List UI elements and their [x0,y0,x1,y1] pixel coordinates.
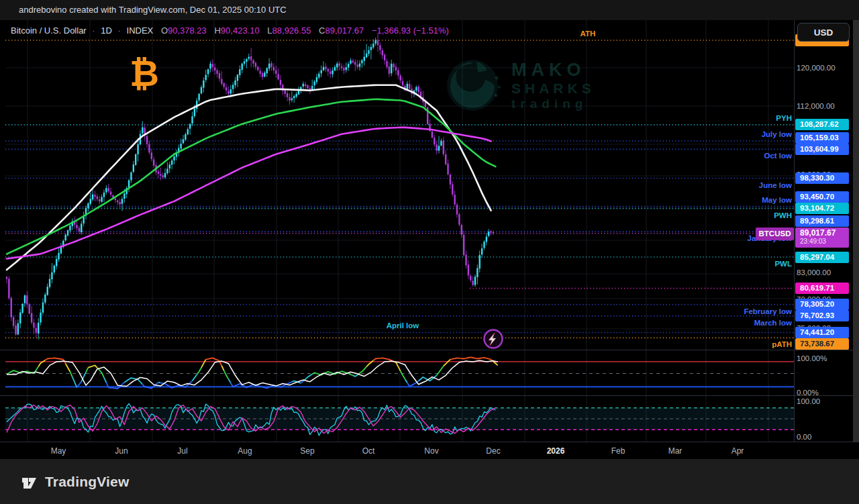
price-badge: 73,738.67 [795,338,849,350]
watermark-line1: MAKO [511,60,595,81]
level-name-label: PYH [776,114,792,122]
high-value: 90,423.10 [221,26,260,36]
level-name-label: February low [744,307,792,315]
time-axis-label: Aug [238,446,252,456]
time-axis-label: Jul [177,446,187,456]
chart-canvas[interactable] [0,0,859,504]
price-badge: 80,619.71 [795,283,849,294]
level-name-label: PWL [774,260,792,268]
tradingview-logo-text: TradingView [45,474,130,490]
ma-magenta [7,128,491,259]
bar-countdown: 23:49:03 [800,238,849,246]
level-name-label: June low [759,181,792,189]
level-name-label: May low [762,196,792,204]
time-axis-label: Nov [424,446,438,456]
price-badge: 93,450.70 [795,191,849,203]
symbol-legend[interactable]: Bitcoin / U.S. Dollar · 1D · INDEX O90,3… [11,26,449,36]
legend-separator: · [92,26,95,36]
tradingview-logo[interactable]: TradingView [20,472,130,491]
price-badge: 76,702.93 [795,310,849,321]
tradingview-logo-icon [20,472,38,491]
window-edge [853,20,859,442]
high-label: H [214,26,220,36]
currency-button[interactable]: USD [797,23,850,42]
level-name-label: April low [387,321,419,330]
symbol-title: Bitcoin / U.S. Dollar [11,26,87,36]
indicator-scale-label: 0.00 [797,432,854,442]
level-name-label: March low [754,319,792,327]
level-name-label: PWH [774,211,792,219]
open-label: O [161,26,168,36]
low-label: L [267,26,272,36]
legend-separator: · [118,26,121,36]
price-scale-label: 112,000.00 [797,101,854,111]
indicator-scale-label: 100.00 [797,397,854,406]
level-name-label: Oct low [764,152,792,160]
price-scale-label: 83,000.00 [797,268,854,277]
price-badge: 89,298.61 [795,215,849,227]
time-axis-label: Oct [362,446,375,456]
price-badge: 108,287.62 [795,119,849,130]
time-axis-label: Apr [731,446,744,456]
time-axis-label: May [51,446,66,456]
low-value: 88,926.55 [272,26,311,36]
price-badge: 78,305.20 [795,299,849,310]
level-name-label: pATH [772,340,792,348]
change-value: −1,366.93 (−1.51%) [372,26,449,36]
timeframe: 1D [101,26,112,36]
open-value: 90,378.23 [168,26,207,36]
time-axis-label: Sep [300,446,314,456]
watermark-line2: SHARKS [511,81,595,97]
watermark-line3: trading [511,97,595,111]
time-axis-label: Feb [611,446,625,456]
time-axis-label: Mar [668,446,683,456]
current-price-badge: 89,017.67 23:49:03 [795,228,849,248]
time-axis-label: Dec [486,446,500,456]
tradingview-screenshot: andrebovino created with TradingView.com… [0,0,859,504]
price-scale-label: 120,000.00 [797,63,854,72]
close-value: 89,017.67 [325,26,364,36]
price-badge: 93,104.72 [795,203,849,214]
close-label: C [319,26,325,36]
price-badge: 103,604.99 [795,144,849,155]
price-badge: 105,159.03 [795,132,849,144]
shark-logo-icon [446,55,503,115]
attribution-text: andrebovino created with TradingView.com… [19,5,287,15]
bitcoin-icon: ₿ [130,52,159,94]
level-name-label: July low [762,130,792,138]
lightning-icon[interactable] [482,327,505,350]
price-badge: 85,297.04 [795,252,849,263]
watermark: MAKO SHARKS trading [446,55,595,115]
indicator-scale-label: 100.00% [797,354,854,363]
time-axis-label: Jun [115,446,128,456]
symbol-ticker-tag: BTCUSD [756,228,794,240]
level-name-label: ATH [580,30,596,38]
exchange: INDEX [127,26,154,36]
ma-green [7,99,495,254]
current-price: 89,017.67 [800,228,849,238]
attribution-bar: andrebovino created with TradingView.com… [0,0,859,20]
ma-white [7,85,491,270]
time-axis-label: 2026 [547,446,565,456]
indicator-scale-label: 0.00% [797,388,854,397]
price-badge: 98,330.30 [795,172,849,184]
price-badge: 74,441.20 [795,327,849,338]
